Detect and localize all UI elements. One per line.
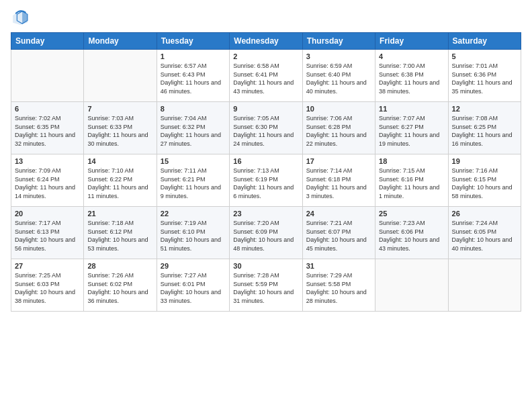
day-number: 24 [306,210,371,218]
day-info: Sunrise: 7:02 AMSunset: 6:35 PMDaylight:… [15,114,80,148]
calendar-table: SundayMondayTuesdayWednesdayThursdayFrid… [11,32,521,312]
day-number: 23 [233,210,298,218]
calendar-cell: 14Sunrise: 7:10 AMSunset: 6:22 PMDayligh… [84,154,157,207]
day-info: Sunrise: 7:15 AMSunset: 6:16 PMDaylight:… [379,167,444,200]
calendar-cell: 5Sunrise: 7:01 AMSunset: 6:36 PMDaylight… [448,50,521,102]
calendar-header-sunday: Sunday [11,33,84,50]
calendar-cell: 13Sunrise: 7:09 AMSunset: 6:24 PMDayligh… [11,154,84,207]
day-info: Sunrise: 7:25 AMSunset: 6:03 PMDaylight:… [15,271,80,305]
day-info: Sunrise: 6:57 AMSunset: 6:43 PMDaylight:… [161,62,226,95]
day-info: Sunrise: 7:27 AMSunset: 6:01 PMDaylight:… [161,271,226,305]
day-info: Sunrise: 7:09 AMSunset: 6:24 PMDaylight:… [15,167,80,200]
day-number: 20 [15,210,80,218]
day-number: 27 [15,262,80,270]
day-number: 10 [306,105,371,113]
day-number: 17 [306,157,371,165]
day-info: Sunrise: 7:06 AMSunset: 6:28 PMDaylight:… [306,114,371,148]
calendar-cell: 7Sunrise: 7:03 AMSunset: 6:33 PMDaylight… [84,102,157,154]
day-number: 28 [87,262,152,270]
day-number: 29 [161,262,226,270]
day-info: Sunrise: 7:13 AMSunset: 6:19 PMDaylight:… [233,167,298,200]
calendar-week-4: 20Sunrise: 7:17 AMSunset: 6:13 PMDayligh… [11,207,521,259]
day-info: Sunrise: 7:29 AMSunset: 5:58 PMDaylight:… [306,271,371,305]
calendar-cell: 20Sunrise: 7:17 AMSunset: 6:13 PMDayligh… [11,207,84,259]
calendar-cell: 23Sunrise: 7:20 AMSunset: 6:09 PMDayligh… [230,207,302,259]
calendar-header-monday: Monday [84,33,157,50]
calendar-week-2: 6Sunrise: 7:02 AMSunset: 6:35 PMDaylight… [11,102,521,154]
day-number: 3 [306,52,371,60]
day-info: Sunrise: 7:26 AMSunset: 6:02 PMDaylight:… [87,271,152,305]
day-info: Sunrise: 7:24 AMSunset: 6:05 PMDaylight:… [452,219,517,253]
day-number: 11 [379,105,444,113]
day-number: 8 [161,105,226,113]
calendar-cell: 16Sunrise: 7:13 AMSunset: 6:19 PMDayligh… [230,154,302,207]
calendar-cell: 26Sunrise: 7:24 AMSunset: 6:05 PMDayligh… [448,207,521,259]
day-number: 9 [233,105,298,113]
calendar-header-saturday: Saturday [448,33,521,50]
day-number: 5 [452,52,517,60]
calendar-cell [375,259,448,312]
calendar-cell: 31Sunrise: 7:29 AMSunset: 5:58 PMDayligh… [302,259,375,312]
calendar-cell: 22Sunrise: 7:19 AMSunset: 6:10 PMDayligh… [157,207,229,259]
day-info: Sunrise: 7:05 AMSunset: 6:30 PMDaylight:… [233,114,298,148]
day-info: Sunrise: 7:07 AMSunset: 6:27 PMDaylight:… [379,114,444,148]
calendar-cell: 8Sunrise: 7:04 AMSunset: 6:32 PMDaylight… [157,102,229,154]
day-info: Sunrise: 7:17 AMSunset: 6:13 PMDaylight:… [15,219,80,253]
day-info: Sunrise: 7:20 AMSunset: 6:09 PMDaylight:… [233,219,298,253]
day-number: 1 [161,52,226,60]
day-info: Sunrise: 7:16 AMSunset: 6:15 PMDaylight:… [452,167,517,200]
day-info: Sunrise: 7:14 AMSunset: 6:18 PMDaylight:… [306,167,371,200]
day-number: 12 [452,105,517,113]
calendar-cell: 27Sunrise: 7:25 AMSunset: 6:03 PMDayligh… [11,259,84,312]
page: SundayMondayTuesdayWednesdayThursdayFrid… [0,0,532,411]
calendar-cell: 25Sunrise: 7:23 AMSunset: 6:06 PMDayligh… [375,207,448,259]
calendar-cell: 1Sunrise: 6:57 AMSunset: 6:43 PMDaylight… [157,50,229,102]
logo-icon [11,8,30,27]
day-number: 26 [452,210,517,218]
calendar-cell [84,50,157,102]
calendar-cell: 28Sunrise: 7:26 AMSunset: 6:02 PMDayligh… [84,259,157,312]
day-info: Sunrise: 7:21 AMSunset: 6:07 PMDaylight:… [306,219,371,253]
day-info: Sunrise: 7:04 AMSunset: 6:32 PMDaylight:… [161,114,226,148]
calendar-week-3: 13Sunrise: 7:09 AMSunset: 6:24 PMDayligh… [11,154,521,207]
calendar-cell: 2Sunrise: 6:58 AMSunset: 6:41 PMDaylight… [230,50,302,102]
day-info: Sunrise: 7:23 AMSunset: 6:06 PMDaylight:… [379,219,444,253]
day-info: Sunrise: 7:10 AMSunset: 6:22 PMDaylight:… [87,167,152,200]
calendar-cell: 9Sunrise: 7:05 AMSunset: 6:30 PMDaylight… [230,102,302,154]
day-info: Sunrise: 6:59 AMSunset: 6:40 PMDaylight:… [306,62,371,95]
calendar-cell [11,50,84,102]
day-number: 25 [379,210,444,218]
day-number: 2 [233,52,298,60]
calendar-cell: 6Sunrise: 7:02 AMSunset: 6:35 PMDaylight… [11,102,84,154]
calendar-cell: 4Sunrise: 7:00 AMSunset: 6:38 PMDaylight… [375,50,448,102]
calendar-header-wednesday: Wednesday [230,33,302,50]
calendar-cell: 11Sunrise: 7:07 AMSunset: 6:27 PMDayligh… [375,102,448,154]
day-info: Sunrise: 7:03 AMSunset: 6:33 PMDaylight:… [87,114,152,148]
day-number: 19 [452,157,517,165]
day-number: 7 [87,105,152,113]
day-info: Sunrise: 7:01 AMSunset: 6:36 PMDaylight:… [452,62,517,95]
calendar-week-1: 1Sunrise: 6:57 AMSunset: 6:43 PMDaylight… [11,50,521,102]
day-number: 14 [87,157,152,165]
calendar-cell [448,259,521,312]
day-info: Sunrise: 7:00 AMSunset: 6:38 PMDaylight:… [379,62,444,95]
calendar-header-friday: Friday [375,33,448,50]
day-number: 15 [161,157,226,165]
day-number: 4 [379,52,444,60]
day-info: Sunrise: 6:58 AMSunset: 6:41 PMDaylight:… [233,62,298,95]
calendar-cell: 18Sunrise: 7:15 AMSunset: 6:16 PMDayligh… [375,154,448,207]
day-number: 21 [87,210,152,218]
calendar-header-thursday: Thursday [302,33,375,50]
calendar-week-5: 27Sunrise: 7:25 AMSunset: 6:03 PMDayligh… [11,259,521,312]
calendar-cell: 3Sunrise: 6:59 AMSunset: 6:40 PMDaylight… [302,50,375,102]
day-number: 13 [15,157,80,165]
day-number: 22 [161,210,226,218]
calendar-cell: 29Sunrise: 7:27 AMSunset: 6:01 PMDayligh… [157,259,229,312]
day-info: Sunrise: 7:11 AMSunset: 6:21 PMDaylight:… [161,167,226,200]
day-number: 31 [306,262,371,270]
day-info: Sunrise: 7:19 AMSunset: 6:10 PMDaylight:… [161,219,226,253]
calendar-header-tuesday: Tuesday [157,33,229,50]
calendar-cell: 10Sunrise: 7:06 AMSunset: 6:28 PMDayligh… [302,102,375,154]
calendar-cell: 24Sunrise: 7:21 AMSunset: 6:07 PMDayligh… [302,207,375,259]
calendar-cell: 21Sunrise: 7:18 AMSunset: 6:12 PMDayligh… [84,207,157,259]
